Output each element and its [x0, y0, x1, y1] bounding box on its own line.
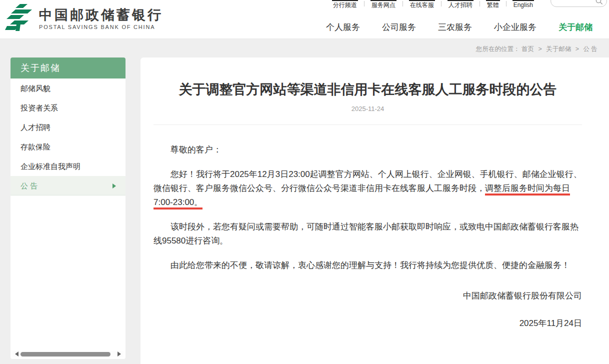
search-input[interactable] — [556, 0, 598, 6]
utility-separator — [480, 1, 480, 6]
utility-link-traditional-chinese[interactable]: 繁體 — [486, 0, 500, 10]
sidebar-item-label: 投资者关系 — [20, 104, 58, 112]
utility-separator — [402, 1, 403, 6]
salutation: 尊敬的客户： — [154, 143, 582, 157]
sidebar-item-recruitment[interactable]: 人才招聘 — [10, 118, 126, 137]
nav-about-psbc[interactable]: 关于邮储 — [558, 22, 592, 33]
chevron-right-icon — [112, 184, 118, 188]
sidebar-item-label: 存款保险 — [20, 142, 50, 151]
breadcrumb-about[interactable]: 关于邮储 — [546, 46, 571, 52]
nav-small-business-services[interactable]: 小企业服务 — [494, 22, 536, 33]
utility-link-recruitment[interactable]: 人才招聘 — [448, 0, 474, 10]
sidebar-item-psbc-style[interactable]: 邮储风貌 — [10, 78, 126, 98]
utility-link-english[interactable]: English — [512, 0, 534, 10]
search-icon[interactable] — [596, 0, 603, 5]
bank-name-cn: 中国邮政储蓄银行 — [39, 8, 163, 22]
site-header: 中国邮政储蓄银行 POSTAL SAVINGS BANK OF CHINA 分行… — [0, 0, 609, 39]
announcement-title: 关于调整官方网站等渠道非信用卡在线客服人工服务时段的公告 — [174, 78, 562, 100]
utility-separator — [441, 1, 442, 6]
announcement-panel: 关于调整官方网站等渠道非信用卡在线客服人工服务时段的公告 2025-11-24 … — [140, 58, 609, 364]
nav-corporate-services[interactable]: 公司服务 — [382, 22, 416, 33]
sidebar-title: 关于邮储 — [10, 58, 126, 78]
sidebar-item-label: 公 告 — [20, 182, 38, 190]
main-nav: 个人服务 公司服务 三农服务 小企业服务 关于邮储 — [326, 22, 592, 33]
search-box[interactable] — [550, 0, 607, 7]
utility-link-branch-channel[interactable]: 分行频道 — [332, 0, 358, 10]
sidebar-item-label: 邮储风貌 — [20, 84, 50, 92]
divider — [154, 124, 582, 125]
sidebar-item-label: 企业标准自我声明 — [20, 162, 80, 170]
breadcrumb-home[interactable]: 首页 — [522, 46, 534, 52]
scroll-right-arrow-icon[interactable] — [118, 352, 124, 356]
scrollbar-thumb[interactable] — [20, 352, 110, 356]
breadcrumb-prefix: 您所在的位置： — [476, 46, 520, 52]
sidebar-item-label: 人才招聘 — [20, 123, 50, 132]
sidebar-item-enterprise-standard[interactable]: 企业标准自我声明 — [10, 156, 126, 176]
utility-separator — [364, 1, 364, 6]
horizontal-scrollbar[interactable] — [12, 351, 124, 357]
nav-personal-services[interactable]: 个人服务 — [326, 22, 360, 33]
paragraph-apology: 由此给您带来的不便，敬请谅解，衷心感谢您的理解与支持！我行将持续为您提供优质、便… — [154, 258, 582, 272]
utility-separator — [506, 1, 506, 6]
announcement-body: 尊敬的客户： 您好！我行将于2025年12月3日23:00起调整官方网站、个人网… — [154, 143, 582, 330]
paragraph-hotline-info: 该时段外，若您有疑问或需要帮助，可随时通过智能客服小邮获取即时响应，或致电中国邮… — [154, 220, 582, 248]
breadcrumb: 您所在的位置： 首页 > 关于邮储 > 公 告 — [476, 45, 598, 54]
breadcrumb-current: 公 告 — [584, 46, 598, 52]
paragraph-service-adjustment: 您好！我行将于2025年12月3日23:00起调整官方网站、个人网上银行、企业网… — [154, 168, 582, 210]
sidebar-item-announcements[interactable]: 公 告 — [10, 176, 126, 196]
utility-link-online-service[interactable]: 在线客服 — [409, 0, 435, 10]
scroll-left-arrow-icon[interactable] — [12, 352, 18, 356]
bank-name-en: POSTAL SAVINGS BANK OF CHINA — [39, 24, 163, 30]
utility-link-service-outlets[interactable]: 服务网点 — [370, 0, 396, 10]
breadcrumb-separator: > — [538, 46, 542, 52]
sidebar: 关于邮储 邮储风貌 投资者关系 人才招聘 存款保险 企业标准自我声明 公 告 — [10, 58, 126, 359]
china-post-emblem-icon — [5, 4, 33, 33]
signature-date: 2025年11月24日 — [154, 316, 582, 330]
utility-nav: 分行频道 服务网点 在线客服 人才招聘 繁體 English — [332, 0, 534, 10]
bank-logo[interactable]: 中国邮政储蓄银行 POSTAL SAVINGS BANK OF CHINA — [5, 4, 163, 33]
sidebar-item-deposit-insurance[interactable]: 存款保险 — [10, 137, 126, 156]
announcement-date: 2025-11-24 — [154, 105, 582, 112]
sidebar-item-investor-relations[interactable]: 投资者关系 — [10, 98, 126, 118]
signature-company: 中国邮政储蓄银行股份有限公司 — [154, 289, 582, 303]
breadcrumb-separator: > — [576, 46, 579, 52]
nav-rural-services[interactable]: 三农服务 — [438, 22, 472, 33]
